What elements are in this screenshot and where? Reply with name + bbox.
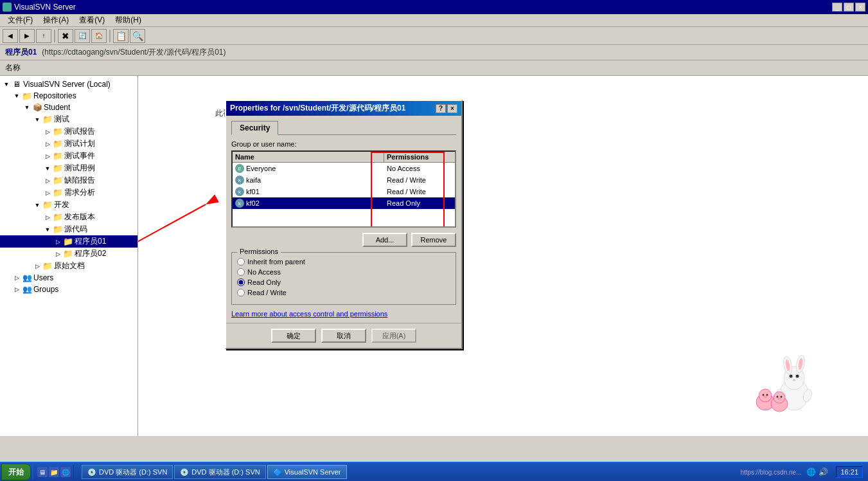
tree-label-groups: Groups bbox=[33, 285, 58, 294]
toolbar-btn-3[interactable]: ↑ bbox=[36, 29, 51, 43]
cancel-button[interactable]: 取消 bbox=[321, 329, 366, 343]
toolbar-btn-7[interactable]: 📋 bbox=[113, 29, 128, 43]
tree-item-users[interactable]: ▷ 👥 Users bbox=[0, 272, 137, 284]
tree-item-defect[interactable]: ▷ 📁 缺陷报告 bbox=[0, 174, 137, 186]
learn-more-link[interactable]: Learn more about access control and perm… bbox=[231, 310, 456, 318]
tree-item-test-plan[interactable]: ▷ 📁 测试计划 bbox=[0, 138, 137, 150]
close-button[interactable]: × bbox=[855, 3, 865, 12]
quicklaunch-icon-2[interactable]: 📁 bbox=[49, 467, 59, 477]
radio-inherit[interactable]: Inherit from parent bbox=[237, 258, 450, 266]
toggle-test-plan[interactable]: ▷ bbox=[42, 139, 53, 149]
toggle-dev[interactable]: ▼ bbox=[32, 200, 42, 210]
toggle-source[interactable]: ▼ bbox=[42, 224, 53, 235]
menu-action[interactable]: 操作(A) bbox=[38, 14, 74, 27]
tree-label-defect: 缺陷报告 bbox=[64, 175, 95, 186]
radio-readwrite[interactable]: Read / Write bbox=[237, 289, 450, 296]
radio-inherit-label: Inherit from parent bbox=[247, 258, 305, 266]
dialog-help-button[interactable]: ? bbox=[436, 104, 446, 113]
tree-item-original[interactable]: ▷ 📁 原始文档 bbox=[0, 260, 137, 272]
start-button[interactable]: 开始 bbox=[1, 464, 31, 480]
tree-item-repositories[interactable]: ▼ 📁 Repositories bbox=[0, 90, 137, 102]
toggle-student[interactable]: ▼ bbox=[22, 102, 32, 113]
tree-item-test-case[interactable]: ▼ 📁 测试用例 bbox=[0, 162, 137, 174]
tree-item-requirements[interactable]: ▷ 📁 需求分析 bbox=[0, 186, 137, 199]
toolbar-btn-8[interactable]: 🔍 bbox=[130, 29, 145, 43]
toolbar-btn-4[interactable]: ✖ bbox=[58, 29, 73, 43]
tree-label-original: 原始文档 bbox=[54, 260, 85, 271]
taskbar-items: 💿 DVD 驱动器 (D:) SVN 💿 DVD 驱动器 (D:) SVN 🔷 … bbox=[82, 465, 740, 479]
dvd-icon-1: 💿 bbox=[87, 468, 96, 476]
user-row-kf01[interactable]: k kf01 Read / Write bbox=[233, 186, 455, 197]
folder-icon-requirements: 📁 bbox=[53, 188, 63, 198]
radio-noaccess[interactable]: No Access bbox=[237, 268, 450, 276]
user-row-everyone[interactable]: E Everyone No Access bbox=[233, 163, 455, 174]
groups-icon: 👥 bbox=[22, 284, 32, 295]
taskbar-separator-1 bbox=[73, 465, 74, 479]
systray-icon-1[interactable]: 🌐 bbox=[806, 467, 816, 476]
tree-label-requirements: 需求分析 bbox=[64, 187, 95, 198]
radio-noaccess-input[interactable] bbox=[237, 268, 245, 276]
toggle-test-case[interactable]: ▼ bbox=[42, 163, 53, 174]
tree-item-dev[interactable]: ▼ 📁 开发 bbox=[0, 199, 137, 211]
user-row-kf02[interactable]: k kf02 Read Only bbox=[233, 197, 455, 209]
toggle-dev02[interactable]: ▷ bbox=[53, 249, 63, 259]
svn-icon: 🔷 bbox=[273, 468, 282, 476]
tree-item-test-report[interactable]: ▷ 📁 测试报告 bbox=[0, 125, 137, 138]
quicklaunch-icon-1[interactable]: 🖥 bbox=[37, 467, 48, 477]
toggle-test-report[interactable]: ▷ bbox=[42, 127, 53, 137]
minimize-button[interactable]: _ bbox=[832, 3, 842, 12]
tree-item-groups[interactable]: ▷ 👥 Groups bbox=[0, 284, 137, 295]
tree-item-source[interactable]: ▼ 📁 源代码 bbox=[0, 223, 137, 235]
add-button[interactable]: Add... bbox=[362, 233, 407, 247]
dialog-bottom-buttons: 确定 取消 应用(A) bbox=[226, 323, 461, 348]
dialog-close-button[interactable]: × bbox=[447, 104, 457, 113]
svg-point-22 bbox=[777, 396, 779, 398]
toggle-test-event[interactable]: ▷ bbox=[42, 151, 53, 161]
toggle-groups[interactable]: ▷ bbox=[12, 284, 22, 295]
quicklaunch-icon-3[interactable]: 🌐 bbox=[60, 467, 71, 477]
toggle-server[interactable]: ▼ bbox=[1, 79, 12, 89]
toolbar-btn-1[interactable]: ◀ bbox=[3, 29, 18, 43]
toolbar-btn-5[interactable]: 🔄 bbox=[75, 29, 90, 43]
systray-icon-2[interactable]: 🔊 bbox=[819, 467, 828, 476]
tree-item-dev02[interactable]: ▷ 📁 程序员02 bbox=[0, 248, 137, 260]
toggle-test[interactable]: ▼ bbox=[32, 114, 42, 125]
taskbar-item-svn[interactable]: 🔷 VisualSVN Server bbox=[267, 465, 347, 479]
toggle-requirements[interactable]: ▷ bbox=[42, 188, 53, 198]
ok-button[interactable]: 确定 bbox=[271, 329, 316, 343]
toggle-dev01[interactable]: ▷ bbox=[53, 237, 63, 247]
tree-item-test[interactable]: ▼ 📁 测试 bbox=[0, 113, 137, 125]
toolbar-btn-6[interactable]: 🏠 bbox=[91, 29, 107, 43]
tree-item-test-event[interactable]: ▷ 📁 测试事件 bbox=[0, 150, 137, 162]
user-row-kaifa[interactable]: k kaifa Read / Write bbox=[233, 174, 455, 186]
user-perm-kf02: Read Only bbox=[384, 198, 455, 208]
remove-button[interactable]: Remove bbox=[411, 233, 456, 247]
toolbar-btn-2[interactable]: ▶ bbox=[19, 29, 35, 43]
toggle-defect[interactable]: ▷ bbox=[42, 176, 53, 186]
tree-item-server[interactable]: ▼ 🖥 VisualSVN Server (Local) bbox=[0, 78, 137, 90]
toggle-original[interactable]: ▷ bbox=[32, 261, 42, 271]
radio-readwrite-input[interactable] bbox=[237, 289, 245, 296]
apply-button[interactable]: 应用(A) bbox=[371, 329, 416, 343]
folder-icon-original: 📁 bbox=[42, 261, 53, 271]
tree-item-student[interactable]: ▼ 📦 Student bbox=[0, 102, 137, 113]
menu-view[interactable]: 查看(V) bbox=[74, 14, 110, 27]
tree-item-release[interactable]: ▷ 📁 发布版本 bbox=[0, 211, 137, 223]
window-controls: _ □ × bbox=[832, 3, 865, 12]
window-title: VisualSVN Server bbox=[14, 3, 76, 12]
svg-point-19 bbox=[763, 395, 767, 398]
folder-icon-release: 📁 bbox=[53, 212, 63, 222]
radio-inherit-input[interactable] bbox=[237, 258, 245, 266]
tab-security[interactable]: Security bbox=[231, 121, 278, 135]
toggle-repos[interactable]: ▼ bbox=[12, 91, 22, 101]
toggle-release[interactable]: ▷ bbox=[42, 212, 53, 222]
menu-file[interactable]: 文件(F) bbox=[3, 14, 38, 27]
maximize-button[interactable]: □ bbox=[844, 3, 854, 12]
radio-readonly-input[interactable] bbox=[237, 278, 245, 286]
tree-item-dev01[interactable]: ▷ 📁 程序员01 bbox=[0, 235, 137, 248]
radio-readonly[interactable]: Read Only bbox=[237, 278, 450, 286]
menu-help[interactable]: 帮助(H) bbox=[110, 14, 146, 27]
taskbar-item-dvd2[interactable]: 💿 DVD 驱动器 (D:) SVN bbox=[174, 465, 265, 479]
toggle-users[interactable]: ▷ bbox=[12, 273, 22, 283]
taskbar-item-dvd1[interactable]: 💿 DVD 驱动器 (D:) SVN bbox=[82, 465, 173, 479]
